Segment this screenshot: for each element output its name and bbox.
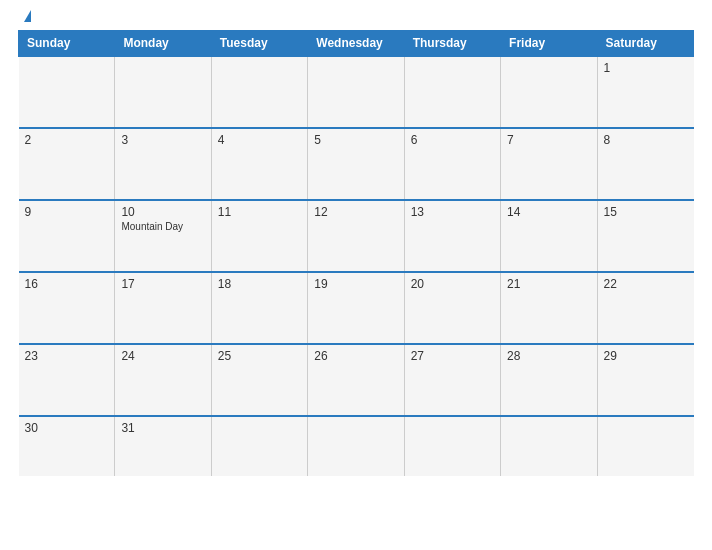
day-number: 15 bbox=[604, 205, 688, 219]
day-number: 3 bbox=[121, 133, 204, 147]
day-cell: 13 bbox=[404, 200, 500, 272]
day-cell: 5 bbox=[308, 128, 404, 200]
day-cell bbox=[115, 56, 211, 128]
week-row-2: 2345678 bbox=[19, 128, 694, 200]
day-cell bbox=[501, 56, 597, 128]
day-number: 2 bbox=[25, 133, 109, 147]
day-number: 28 bbox=[507, 349, 590, 363]
calendar-header bbox=[18, 10, 694, 22]
weekday-header-friday: Friday bbox=[501, 31, 597, 57]
logo-triangle-icon bbox=[24, 10, 31, 22]
day-cell: 1 bbox=[597, 56, 693, 128]
day-cell: 9 bbox=[19, 200, 115, 272]
day-cell: 2 bbox=[19, 128, 115, 200]
day-number: 24 bbox=[121, 349, 204, 363]
week-row-1: 1 bbox=[19, 56, 694, 128]
day-cell: 20 bbox=[404, 272, 500, 344]
day-number: 5 bbox=[314, 133, 397, 147]
day-number: 14 bbox=[507, 205, 590, 219]
day-number: 1 bbox=[604, 61, 688, 75]
day-cell: 12 bbox=[308, 200, 404, 272]
day-cell: 27 bbox=[404, 344, 500, 416]
day-number: 12 bbox=[314, 205, 397, 219]
day-cell: 28 bbox=[501, 344, 597, 416]
day-number: 30 bbox=[25, 421, 109, 435]
day-cell: 21 bbox=[501, 272, 597, 344]
day-number: 27 bbox=[411, 349, 494, 363]
day-number: 8 bbox=[604, 133, 688, 147]
day-cell bbox=[308, 416, 404, 476]
day-cell: 29 bbox=[597, 344, 693, 416]
holiday-name: Mountain Day bbox=[121, 221, 204, 232]
weekday-header-monday: Monday bbox=[115, 31, 211, 57]
day-cell: 10Mountain Day bbox=[115, 200, 211, 272]
week-row-5: 23242526272829 bbox=[19, 344, 694, 416]
day-cell: 15 bbox=[597, 200, 693, 272]
day-cell: 22 bbox=[597, 272, 693, 344]
day-cell: 26 bbox=[308, 344, 404, 416]
day-cell: 11 bbox=[211, 200, 307, 272]
day-cell bbox=[211, 416, 307, 476]
day-cell bbox=[501, 416, 597, 476]
weekday-header-thursday: Thursday bbox=[404, 31, 500, 57]
day-cell bbox=[597, 416, 693, 476]
day-cell: 18 bbox=[211, 272, 307, 344]
day-number: 22 bbox=[604, 277, 688, 291]
day-cell bbox=[19, 56, 115, 128]
day-cell: 7 bbox=[501, 128, 597, 200]
week-row-6: 3031 bbox=[19, 416, 694, 476]
day-cell bbox=[404, 416, 500, 476]
week-row-3: 910Mountain Day1112131415 bbox=[19, 200, 694, 272]
day-number: 11 bbox=[218, 205, 301, 219]
day-number: 7 bbox=[507, 133, 590, 147]
weekday-header-sunday: Sunday bbox=[19, 31, 115, 57]
day-cell: 17 bbox=[115, 272, 211, 344]
day-cell: 6 bbox=[404, 128, 500, 200]
day-number: 17 bbox=[121, 277, 204, 291]
day-number: 19 bbox=[314, 277, 397, 291]
day-number: 10 bbox=[121, 205, 204, 219]
calendar-wrapper: SundayMondayTuesdayWednesdayThursdayFrid… bbox=[0, 0, 712, 550]
day-number: 6 bbox=[411, 133, 494, 147]
day-number: 21 bbox=[507, 277, 590, 291]
day-cell: 25 bbox=[211, 344, 307, 416]
day-cell: 23 bbox=[19, 344, 115, 416]
day-cell bbox=[308, 56, 404, 128]
day-cell: 31 bbox=[115, 416, 211, 476]
day-number: 25 bbox=[218, 349, 301, 363]
day-number: 31 bbox=[121, 421, 204, 435]
day-number: 18 bbox=[218, 277, 301, 291]
weekday-header-tuesday: Tuesday bbox=[211, 31, 307, 57]
calendar-table: SundayMondayTuesdayWednesdayThursdayFrid… bbox=[18, 30, 694, 476]
day-number: 23 bbox=[25, 349, 109, 363]
logo bbox=[22, 10, 31, 22]
day-cell: 24 bbox=[115, 344, 211, 416]
day-cell: 19 bbox=[308, 272, 404, 344]
day-cell: 4 bbox=[211, 128, 307, 200]
day-number: 4 bbox=[218, 133, 301, 147]
day-cell: 8 bbox=[597, 128, 693, 200]
day-number: 26 bbox=[314, 349, 397, 363]
week-row-4: 16171819202122 bbox=[19, 272, 694, 344]
weekday-header-wednesday: Wednesday bbox=[308, 31, 404, 57]
day-cell bbox=[404, 56, 500, 128]
day-number: 20 bbox=[411, 277, 494, 291]
day-number: 9 bbox=[25, 205, 109, 219]
weekday-header-row: SundayMondayTuesdayWednesdayThursdayFrid… bbox=[19, 31, 694, 57]
day-number: 16 bbox=[25, 277, 109, 291]
day-number: 29 bbox=[604, 349, 688, 363]
day-cell: 30 bbox=[19, 416, 115, 476]
weekday-header-saturday: Saturday bbox=[597, 31, 693, 57]
day-cell: 3 bbox=[115, 128, 211, 200]
day-cell: 16 bbox=[19, 272, 115, 344]
day-number: 13 bbox=[411, 205, 494, 219]
day-cell bbox=[211, 56, 307, 128]
day-cell: 14 bbox=[501, 200, 597, 272]
